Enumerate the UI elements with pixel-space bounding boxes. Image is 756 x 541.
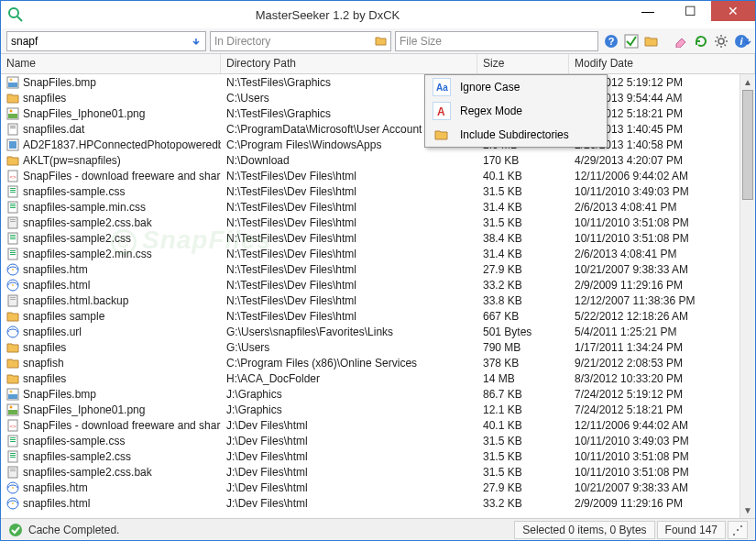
cell-date: 10/11/2010 3:49:03 PM [569, 185, 740, 198]
refresh-icon[interactable] [693, 33, 709, 50]
maximize-button[interactable]: ☐ [669, 1, 711, 21]
svg-rect-20 [8, 114, 17, 118]
svg-rect-42 [10, 237, 16, 237]
cell-directory: J:\Dev Files\html [221, 466, 477, 479]
cell-name: SnapFiles.bmp [1, 388, 221, 401]
cell-date: 12/12/2007 11:38:36 PM [569, 294, 740, 307]
file-row[interactable]: <>SnapFiles - download freeware and shar… [1, 168, 740, 183]
svg-rect-38 [10, 219, 16, 220]
file-row[interactable]: snapfiles.urlG:\Users\snapfiles\Favorite… [1, 324, 740, 339]
file-row[interactable]: snapfiles-sample.cssJ:\Dev Files\html31.… [1, 433, 740, 448]
cell-date: 2/6/2013 4:08:41 PM [569, 248, 740, 260]
cell-directory: J:\Dev Files\html [221, 435, 477, 447]
file-row[interactable]: AD2F1837.HPConnectedPhotopoweredbySn...C… [1, 137, 740, 152]
file-row[interactable]: snapfiles.html.backupN:\TestFiles\Dev Fi… [1, 293, 740, 308]
file-row[interactable]: SnapFiles.bmpJ:\Graphics86.7 KB7/24/2012… [1, 386, 740, 402]
settings-icon[interactable] [713, 33, 729, 50]
cell-name: snapfiles.dat [1, 123, 221, 136]
dropdown-arrow-icon[interactable] [741, 34, 754, 49]
svg-rect-47 [10, 254, 16, 255]
scroll-thumb[interactable] [742, 90, 753, 200]
svg-rect-34 [10, 204, 16, 204]
file-row[interactable]: snapfiles.htmJ:\Dev Files\html27.9 KB10/… [1, 480, 740, 495]
menu-include-subdirs[interactable]: Include Subdirectories [425, 123, 607, 147]
file-name: snapfiles.html.backup [23, 294, 128, 307]
cell-size: 31.5 KB [477, 216, 569, 229]
cell-directory: N:\TestFiles\Dev Files\html [221, 248, 477, 260]
cell-directory: N:\TestFiles\Dev Files\html [221, 232, 477, 245]
file-row[interactable]: SnapFiles_Iphone01.pngN:\TestFiles\Graph… [1, 105, 740, 121]
menu-ignore-case[interactable]: Aa Ignore Case [425, 75, 607, 99]
cell-date: 8/3/2012 10:33:20 PM [569, 372, 740, 385]
col-header-directory[interactable]: Directory Path [221, 54, 477, 73]
file-name: snapfiles [23, 341, 66, 354]
file-row[interactable]: snapfiles.htmlJ:\Dev Files\html33.2 KB2/… [1, 495, 740, 511]
col-header-modify-date[interactable]: Modify Date [569, 54, 755, 73]
cell-directory: G:\Users\snapfiles\Favorites\Links [221, 326, 477, 338]
svg-rect-70 [10, 455, 16, 456]
file-row[interactable]: snapfiles-sample2.css.bakJ:\Dev Files\ht… [1, 464, 740, 480]
folder-icon[interactable] [643, 33, 660, 50]
file-list[interactable]: SnapFiles.bmpN:\TestFiles\Graphics7/24/2… [1, 74, 740, 518]
scroll-up-arrow[interactable]: ▲ [740, 74, 755, 90]
cell-directory: J:\Graphics [221, 388, 477, 401]
col-header-name[interactable]: Name [1, 54, 221, 73]
file-row[interactable]: snapfilesC:\Users8/30/2013 9:54:44 AM [1, 90, 740, 105]
check-icon[interactable] [623, 33, 640, 50]
svg-rect-23 [10, 126, 16, 127]
file-row[interactable]: snapfiles-sample2.cssN:\TestFiles\Dev Fi… [1, 230, 740, 246]
scroll-track[interactable] [740, 90, 755, 502]
file-row[interactable]: snapfiles-sample.min.cssN:\TestFiles\Dev… [1, 199, 740, 215]
file-row[interactable]: <>SnapFiles - download freeware and shar… [1, 417, 740, 433]
folder-open-icon[interactable] [374, 34, 389, 49]
app-icon [8, 7, 23, 22]
svg-point-78 [12, 502, 14, 504]
dropdown-arrow-icon[interactable] [189, 34, 203, 49]
svg-line-12 [717, 44, 718, 46]
svg-rect-22 [8, 124, 17, 135]
folder-icon [433, 126, 451, 144]
resize-grip[interactable]: ⋰ [728, 521, 748, 539]
file-row[interactable]: snapfiles.htmN:\TestFiles\Dev Files\html… [1, 261, 740, 277]
search-size-wrap [395, 31, 598, 51]
file-row[interactable]: snapfiles.datC:\ProgramData\Microsoft\Us… [1, 121, 740, 137]
file-row[interactable]: snapfiles-sample.cssN:\TestFiles\Dev Fil… [1, 183, 740, 199]
file-row[interactable]: snapfiles-sample2.cssJ:\Dev Files\html31… [1, 448, 740, 464]
cell-directory: G:\Users [221, 341, 477, 354]
titlebar[interactable]: MasterSeeker 1.2 by DxCK — ☐ ✕ [1, 1, 755, 28]
cell-date: 4/29/2013 4:20:07 PM [569, 154, 740, 167]
file-row[interactable]: snapfiles sampleN:\TestFiles\Dev Files\h… [1, 308, 740, 324]
close-button[interactable]: ✕ [711, 1, 755, 21]
svg-rect-43 [10, 238, 16, 239]
file-row[interactable]: SnapFiles.bmpN:\TestFiles\Graphics7/24/2… [1, 74, 740, 90]
file-type-icon [6, 107, 19, 120]
search-name-input[interactable] [7, 32, 205, 50]
file-row[interactable]: snapfilesG:\Users790 MB1/17/2011 1:34:24… [1, 339, 740, 355]
file-row[interactable]: snapfiles-sample2.css.bakN:\TestFiles\De… [1, 215, 740, 230]
svg-rect-37 [8, 217, 17, 228]
file-row[interactable]: AKLT(pw=snapfiles)N:\Download170 KB4/29/… [1, 152, 740, 168]
eraser-icon[interactable] [673, 33, 689, 50]
file-row[interactable]: snapfishC:\Program Files (x86)\Online Se… [1, 355, 740, 370]
menu-regex-mode[interactable]: A Regex Mode [425, 99, 607, 123]
file-row[interactable]: snapfiles.htmlN:\TestFiles\Dev Files\htm… [1, 277, 740, 293]
file-name: SnapFiles - download freeware and sharew… [23, 419, 221, 432]
minimize-button[interactable]: — [627, 1, 669, 21]
file-row[interactable]: snapfilesH:\ACA_DocFolder14 MB8/3/2012 1… [1, 370, 740, 386]
file-row[interactable]: snapfiles-sample2.min.cssN:\TestFiles\De… [1, 246, 740, 261]
vertical-scrollbar[interactable]: ▲ ▼ [740, 74, 755, 518]
main-window: MasterSeeker 1.2 by DxCK — ☐ ✕ ? i [0, 0, 756, 541]
cell-name: snapfish [1, 357, 221, 370]
search-size-input[interactable] [396, 32, 597, 50]
col-header-size[interactable]: Size [477, 54, 569, 73]
svg-point-61 [10, 405, 13, 408]
cell-size: 33.8 KB [477, 294, 569, 307]
scroll-down-arrow[interactable]: ▼ [740, 502, 755, 518]
help-icon[interactable]: ? [603, 33, 619, 50]
cell-size: 31.5 KB [477, 466, 569, 479]
file-type-icon: <> [6, 170, 19, 182]
cell-date: 2/9/2009 11:29:16 PM [569, 279, 740, 292]
file-row[interactable]: SnapFiles_Iphone01.pngJ:\Graphics12.1 KB… [1, 402, 740, 417]
search-dir-input[interactable] [211, 32, 390, 50]
file-name: snapfiles sample [23, 310, 104, 323]
